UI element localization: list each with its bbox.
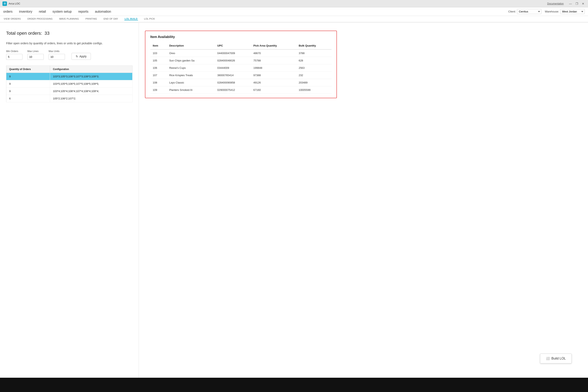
menu-item-inventory[interactable]: inventory (19, 8, 32, 15)
min-orders-field: Min Orders (6, 50, 22, 60)
config-table-row[interactable]: 9103*5;105*5;106*5;107*5;108*5;109*5; (6, 80, 132, 88)
total-orders-line: Total open orders: 33 (6, 30, 132, 36)
avail-upc-cell: 044000047009 (215, 50, 251, 57)
avail-desc-cell: Planters Smoked Al (167, 86, 215, 94)
avail-bulk-qty-cell: 3788 (296, 50, 332, 57)
config-config-cell: 103*3;105*3;106*3;107*3;108*3;109*3; (50, 73, 132, 80)
config-qty-cell: 9 (6, 88, 50, 95)
config-col-config: Configuration (50, 66, 132, 73)
availability-table-row: 105Sun Chips garden Sa028400048026757886… (150, 57, 332, 64)
min-orders-label: Min Orders (6, 50, 22, 53)
avail-pick-qty-cell: 67160 (251, 86, 296, 94)
avail-bulk-qty-cell: 10005599 (296, 86, 332, 94)
avail-pick-qty-cell: 75788 (251, 57, 296, 64)
config-col-qty: Quantity of Orders (6, 66, 50, 73)
config-qty-cell: 9 (6, 73, 50, 80)
right-panel: Item Availability ItemDescriptionUPCPick… (139, 22, 588, 392)
avail-col-header: Description (167, 42, 215, 50)
sub-nav-item-end-of-day[interactable]: END OF DAY (103, 18, 118, 20)
build-lol-icon: ⬜ (546, 357, 550, 360)
documentation-link[interactable]: Documentation (547, 2, 564, 5)
item-availability-title: Item Availability (150, 35, 332, 39)
menu-item-orders[interactable]: orders (3, 8, 12, 15)
warehouse-selector: Warehouse: West Jordan (545, 9, 585, 14)
avail-item-cell: 108 (150, 79, 167, 86)
avail-item-cell: 107 (150, 72, 167, 79)
avail-item-cell: 106 (150, 64, 167, 72)
config-config-cell: 103*5;105*5;106*5;107*5;108*5;109*5; (50, 80, 132, 88)
config-qty-cell: 9 (6, 80, 50, 88)
warehouse-dropdown[interactable]: West Jordan (560, 9, 585, 14)
maximize-button[interactable]: ❐ (574, 2, 580, 6)
app-logo: ⏱ (2, 2, 7, 6)
sub-nav-item-printing[interactable]: PRINTING (85, 18, 98, 20)
max-units-label: Max Units (48, 50, 65, 53)
avail-upc-cell: 029000075412 (215, 86, 251, 94)
filter-row: Min Orders Max Lines Max Units ↻ Apply (6, 50, 132, 60)
avail-item-cell: 103 (150, 50, 167, 57)
build-lol-button[interactable]: ⬜ Build LOL (540, 354, 572, 364)
client-selector: Client: Cerritus (508, 9, 542, 14)
menu-item-system-setup[interactable]: system setup (52, 8, 72, 15)
build-lol-label: Build LOL (552, 357, 566, 360)
menu-bar-right: Client: Cerritus Warehouse: West Jordan (508, 9, 585, 14)
total-orders-count: 33 (44, 30, 50, 36)
avail-desc-cell: Sun Chips garden Sa (167, 57, 215, 64)
avail-col-header: Pick Area Quantity (251, 42, 296, 50)
title-bar: ⏱ Arca LOC Documentation — ❐ ✕ (0, 0, 588, 7)
client-dropdown[interactable]: Cerritus (517, 9, 542, 14)
avail-item-cell: 109 (150, 86, 167, 94)
filter-description: Filter open orders by quantity of orders… (6, 42, 132, 45)
avail-bulk-qty-cell: 203489 (296, 79, 332, 86)
refresh-icon: ↻ (76, 55, 78, 58)
close-button[interactable]: ✕ (581, 2, 586, 6)
warehouse-label: Warehouse: (545, 10, 559, 13)
max-units-field: Max Units (48, 50, 65, 60)
avail-bulk-qty-cell: 232 (296, 72, 332, 79)
sub-nav-item-lol-pick[interactable]: LOL PICK (144, 18, 155, 20)
sub-nav-item-lol-build[interactable]: LOL BUILD (124, 18, 138, 20)
sub-nav-item-view-orders[interactable]: VIEW ORDERS (3, 18, 21, 20)
availability-table: ItemDescriptionUPCPick Area QuantityBulk… (150, 42, 332, 94)
menu-item-automation[interactable]: automation (95, 8, 111, 15)
sub-nav-item-order-processing[interactable]: ORDER PROCESSING (27, 18, 53, 20)
avail-item-cell: 105 (150, 57, 167, 64)
apply-button[interactable]: ↻ Apply (72, 53, 91, 60)
config-table-row[interactable]: 9103*3;105*3;106*3;107*3;108*3;109*3; (6, 73, 132, 80)
max-lines-input[interactable] (27, 54, 44, 60)
left-panel: Total open orders: 33 Filter open orders… (0, 22, 139, 392)
max-units-input[interactable] (48, 54, 65, 60)
minimize-button[interactable]: — (568, 2, 573, 6)
apply-label: Apply (80, 55, 86, 58)
avail-desc-cell: Lays Classic (167, 79, 215, 86)
total-orders-label: Total open orders: (6, 30, 42, 36)
avail-upc-cell: 38000765414 (215, 72, 251, 79)
avail-bulk-qty-cell: 628 (296, 57, 332, 64)
max-lines-field: Max Lines (27, 50, 44, 60)
avail-upc-cell: 028400048026 (215, 57, 251, 64)
avail-upc-cell: 028400090858 (215, 79, 251, 86)
avail-pick-qty-cell: 48670 (251, 50, 296, 57)
avail-desc-cell: Rice Krispies Treats (167, 72, 215, 79)
menu-item-retail[interactable]: retail (39, 8, 46, 15)
config-qty-cell: 6 (6, 95, 50, 102)
availability-table-row: 108Lays Classic02840009085849126203489 (150, 79, 332, 86)
app-title: Arca LOC (8, 2, 20, 5)
avail-col-header: UPC (215, 42, 251, 50)
config-config-cell: 105*2;106*2;107*2; (50, 95, 132, 102)
menu-bar-left: ordersinventoryretailsystem setupreports… (3, 8, 111, 15)
sub-nav-item-wave-planning[interactable]: WAVE PLANNING (59, 18, 80, 20)
min-orders-input[interactable] (6, 54, 22, 60)
availability-table-row: 107Rice Krispies Treats38000765414973882… (150, 72, 332, 79)
config-table-row[interactable]: 9103*4;105*4;106*4;107*4;108*4;109*4; (6, 88, 132, 95)
main-content: Total open orders: 33 Filter open orders… (0, 22, 588, 392)
menu-item-reports[interactable]: reports (78, 8, 88, 15)
config-table-row[interactable]: 6105*2;106*2;107*2; (6, 95, 132, 102)
avail-desc-cell: Reese's Cups (167, 64, 215, 72)
avail-col-header: Bulk Quantity (296, 42, 332, 50)
max-lines-label: Max Lines (27, 50, 44, 53)
client-label: Client: (508, 10, 516, 13)
avail-bulk-qty-cell: 2563 (296, 64, 332, 72)
bottom-bar (0, 378, 588, 392)
avail-pick-qty-cell: 49126 (251, 79, 296, 86)
